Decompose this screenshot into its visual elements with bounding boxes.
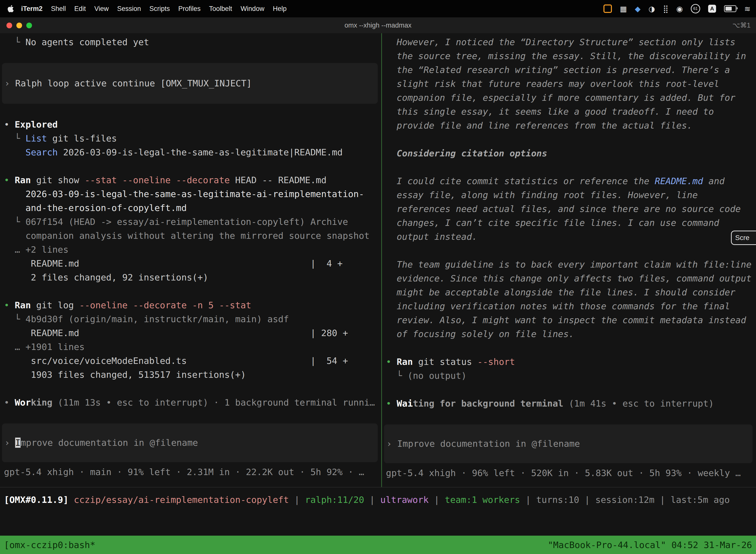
- omx-branch: cczip/essay/ai-reimplementation-copyleft: [74, 495, 289, 505]
- right-pane[interactable]: However, I noticed the “Directory Struct…: [382, 33, 756, 487]
- left-pane[interactable]: └ No agents completed yet› Ralph loop ac…: [0, 33, 381, 487]
- terminal-line: The team guideline is to back every impo…: [386, 258, 756, 272]
- text-segment: I: [15, 438, 20, 448]
- terminal-line: slight risk that future readers may over…: [386, 77, 756, 91]
- omx-team: team:1 workers: [445, 495, 520, 505]
- terminal-line: companion file, especially if more comme…: [386, 91, 756, 105]
- apple-menu-icon[interactable]: [7, 5, 14, 12]
- text-segment: gpt-5.4 xhigh · main · 91% left · 2.31M …: [4, 467, 364, 477]
- menu-help[interactable]: Help: [269, 5, 291, 13]
- text-segment: ›: [4, 438, 15, 448]
- window-titlebar[interactable]: omx --xhigh --madmax ⌥⌘1: [0, 17, 756, 34]
- screen-share-label: Scre: [735, 234, 750, 242]
- text-segment: ›: [386, 439, 397, 449]
- terminal-line: references need actual files, and since …: [386, 202, 756, 216]
- dark-circle-app-icon[interactable]: ◑: [649, 4, 655, 13]
- text-segment: gpt-5.4 xhigh · 96% left · 520K in · 5.8…: [386, 468, 741, 478]
- gap: [4, 284, 381, 298]
- window-grid-icon[interactable]: ▦: [620, 4, 627, 13]
- terminal-line: review. Also, I might want to inspect th…: [386, 313, 756, 327]
- menu-view[interactable]: View: [90, 5, 113, 13]
- menubar-status-icons: ▦◆◑⣿◉61A≋: [604, 4, 751, 13]
- blue-app-icon[interactable]: ◆: [635, 4, 640, 13]
- readme-link: README.md: [655, 176, 703, 186]
- terminal-line: However, I noticed the “Directory Struct…: [386, 35, 756, 49]
- camera-app-icon[interactable]: ◉: [676, 4, 683, 13]
- text-segment: Search: [25, 147, 58, 157]
- working-status: • Working (11m 13s • esc to interrupt) ·…: [4, 396, 381, 409]
- explored-block: • Explored └ List git ls-files Search 20…: [4, 118, 381, 159]
- text-segment: └: [4, 217, 25, 227]
- text-segment: |: [579, 495, 595, 505]
- gap: [386, 341, 756, 355]
- menu-iterm2[interactable]: iTerm2: [17, 5, 47, 13]
- ralph-loop-box: › Ralph loop active continue [OMX_TMUX_I…: [2, 63, 378, 104]
- text-segment: evidence. Since this change only affects…: [386, 273, 752, 283]
- text-segment: (no output): [407, 371, 466, 381]
- text-segment: Wai: [397, 398, 413, 408]
- text-segment: |: [364, 495, 380, 505]
- gap: [386, 132, 756, 147]
- terminal-line: [OMX#0.11.9] cczip/essay/ai-reimplementa…: [4, 493, 756, 507]
- text-segment: Improve documentation in @filename: [397, 439, 580, 449]
- percent-meter-icon[interactable]: 61: [691, 4, 700, 13]
- menu-toolbelt[interactable]: Toolbelt: [205, 5, 236, 13]
- menu-shell[interactable]: Shell: [47, 5, 70, 13]
- input-source-icon[interactable]: A: [708, 5, 716, 13]
- terminal-line: └ 4b9d30f (origin/main, instructkr/main,…: [4, 312, 381, 326]
- terminal-line: • Ran git status --short: [386, 355, 756, 369]
- text-segment: However, I noticed the “Directory Struct…: [386, 37, 736, 47]
- menu-scripts[interactable]: Scripts: [145, 5, 174, 13]
- fan-icon[interactable]: ≋: [744, 4, 751, 13]
- text-segment: ting for background terminal: [413, 398, 563, 408]
- waiting-status: • Waiting for background terminal (1m 41…: [386, 397, 756, 410]
- model-status-line: gpt-5.4 xhigh · 96% left · 520K in · 5.8…: [386, 466, 756, 480]
- git-show-block: • Ran git show --stat --oneline --decora…: [4, 173, 381, 284]
- text-segment: •: [4, 300, 15, 310]
- terminal-line: provide file and line references from th…: [386, 119, 756, 132]
- omx-status-bar: [OMX#0.11.9] cczip/essay/ai-reimplementa…: [4, 493, 756, 507]
- terminal-line: … +1901 lines: [4, 340, 381, 354]
- text-segment: 2026-03-09-is-legal-the-same-as-legitima…: [4, 189, 364, 199]
- screen-share-overlay[interactable]: Scre: [731, 231, 756, 245]
- text-segment: 1903 files changed, 513517 insertions(+): [4, 370, 246, 380]
- text-segment: Explored: [15, 119, 58, 129]
- battery-icon[interactable]: [724, 5, 737, 12]
- menu-edit[interactable]: Edit: [70, 5, 90, 13]
- text-segment: I could cite commit statistics or refere…: [386, 176, 655, 186]
- terminal-line: README.md | 4 +: [4, 257, 381, 271]
- terminal-line: … +2 lines: [4, 243, 381, 257]
- terminal-line: └ List git ls-files: [4, 131, 381, 146]
- text-segment: README.md | 4 +: [4, 258, 342, 269]
- menu-window[interactable]: Window: [236, 5, 269, 13]
- omx-version: [OMX#0.11.9]: [4, 495, 74, 505]
- text-segment: List: [25, 133, 47, 144]
- zoom-button[interactable]: [26, 22, 32, 28]
- terminal-line: • Working (11m 13s • esc to interrupt) ·…: [4, 396, 381, 409]
- text-segment: --short: [477, 357, 515, 367]
- text-segment: companion analysis without altering the …: [4, 231, 370, 241]
- window-title: omx --xhigh --madmax: [344, 21, 412, 29]
- prompt-input[interactable]: › Improve documentation in @filename: [2, 424, 378, 462]
- screen-recording-icon[interactable]: [604, 4, 612, 13]
- text-segment: •: [4, 175, 15, 185]
- close-button[interactable]: [6, 22, 12, 28]
- dots-grid-icon[interactable]: ⣿: [663, 4, 669, 13]
- menu-session[interactable]: Session: [113, 5, 145, 13]
- thinking-heading: Considering citation options: [386, 147, 756, 160]
- terminal-line: • Ran git show --stat --oneline --decora…: [4, 173, 381, 187]
- text-segment: The team guideline is to back every impo…: [386, 259, 752, 270]
- thinking-paragraph: I could cite commit statistics or refere…: [386, 174, 756, 244]
- terminal-line: evidence. Since this change only affects…: [386, 272, 756, 285]
- model-status-line: gpt-5.4 xhigh · main · 91% left · 2.31M …: [4, 465, 381, 479]
- text-segment: the source tree, missing the essay. Stil…: [386, 51, 746, 61]
- prompt-input[interactable]: › Improve documentation in @filename: [384, 425, 753, 463]
- terminal-line: Search 2026-03-09-is-legal-the-same-as-l…: [4, 146, 381, 159]
- minimize-button[interactable]: [16, 22, 22, 28]
- text-segment: and: [703, 176, 725, 186]
- text-segment: changes, I can’t cite specific file line…: [386, 218, 719, 228]
- menu-profiles[interactable]: Profiles: [174, 5, 205, 13]
- omx-turns: turns:10: [536, 495, 579, 505]
- gap: [4, 382, 381, 396]
- gap: [4, 159, 381, 173]
